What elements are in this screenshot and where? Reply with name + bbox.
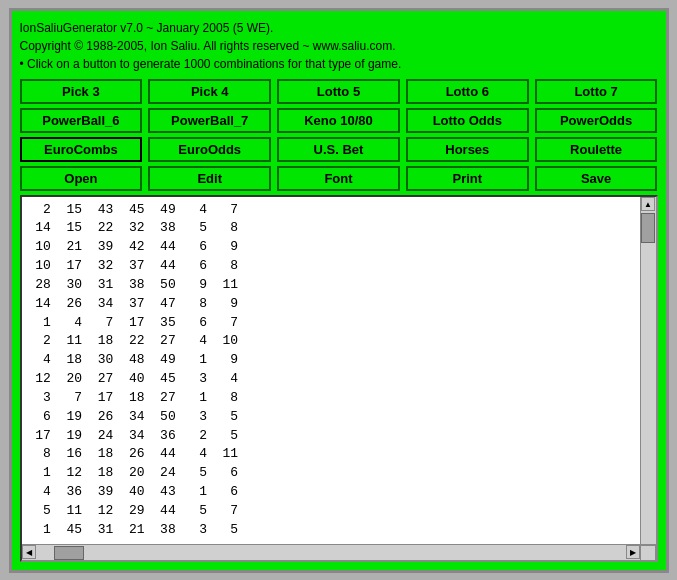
lotto7-button[interactable]: Lotto 7 bbox=[535, 79, 658, 104]
open-button[interactable]: Open bbox=[20, 166, 143, 191]
power-odds-button[interactable]: PowerOdds bbox=[535, 108, 658, 133]
scroll-up-arrow[interactable]: ▲ bbox=[641, 197, 655, 211]
pick3-button[interactable]: Pick 3 bbox=[20, 79, 143, 104]
scroll-right-arrow[interactable]: ▶ bbox=[626, 545, 640, 559]
scroll-thumb-v[interactable] bbox=[641, 213, 655, 243]
button-row-3: EuroCombs EuroOdds U.S. Bet Horses Roule… bbox=[20, 137, 658, 162]
powerball6-button[interactable]: PowerBall_6 bbox=[20, 108, 143, 133]
button-row-1: Pick 3 Pick 4 Lotto 5 Lotto 6 Lotto 7 bbox=[20, 79, 658, 104]
save-button[interactable]: Save bbox=[535, 166, 658, 191]
header-line1: IonSaliuGenerator v7.0 ~ January 2005 (5… bbox=[20, 19, 658, 37]
output-text[interactable]: 2 15 43 45 49 4 7 14 15 22 32 38 5 8 10 … bbox=[22, 197, 640, 544]
horizontal-scrollbar-row: ◀ ▶ bbox=[22, 544, 656, 560]
header-line2: Copyright © 1988-2005, Ion Saliu. All ri… bbox=[20, 37, 658, 55]
header-text: IonSaliuGenerator v7.0 ~ January 2005 (5… bbox=[20, 19, 658, 73]
keno-button[interactable]: Keno 10/80 bbox=[277, 108, 400, 133]
output-container: 2 15 43 45 49 4 7 14 15 22 32 38 5 8 10 … bbox=[20, 195, 658, 562]
button-row-2: PowerBall_6 PowerBall_7 Keno 10/80 Lotto… bbox=[20, 108, 658, 133]
lotto5-button[interactable]: Lotto 5 bbox=[277, 79, 400, 104]
button-row-4: Open Edit Font Print Save bbox=[20, 166, 658, 191]
scroll-corner bbox=[640, 545, 656, 561]
powerball7-button[interactable]: PowerBall_7 bbox=[148, 108, 271, 133]
vertical-scrollbar[interactable]: ▲ bbox=[640, 197, 656, 544]
edit-button[interactable]: Edit bbox=[148, 166, 271, 191]
scroll-left-arrow[interactable]: ◀ bbox=[22, 545, 36, 559]
print-button[interactable]: Print bbox=[406, 166, 529, 191]
euro-combs-button[interactable]: EuroCombs bbox=[20, 137, 143, 162]
roulette-button[interactable]: Roulette bbox=[535, 137, 658, 162]
pick4-button[interactable]: Pick 4 bbox=[148, 79, 271, 104]
scroll-thumb-h[interactable] bbox=[54, 546, 84, 560]
us-bet-button[interactable]: U.S. Bet bbox=[277, 137, 400, 162]
font-button[interactable]: Font bbox=[277, 166, 400, 191]
horses-button[interactable]: Horses bbox=[406, 137, 529, 162]
lotto-odds-button[interactable]: Lotto Odds bbox=[406, 108, 529, 133]
main-window: IonSaliuGenerator v7.0 ~ January 2005 (5… bbox=[9, 8, 669, 573]
header-line3: • Click on a button to generate 1000 com… bbox=[20, 55, 658, 73]
euro-odds-button[interactable]: EuroOdds bbox=[148, 137, 271, 162]
lotto6-button[interactable]: Lotto 6 bbox=[406, 79, 529, 104]
